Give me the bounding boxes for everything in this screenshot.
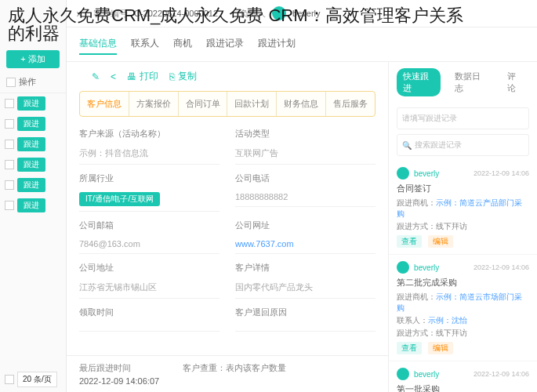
list-row: 跟进 bbox=[0, 175, 66, 195]
last-follow-field: 最后跟进时间 2022-12-09 14:06:07 bbox=[79, 362, 159, 386]
field-label: 客户退回原因 bbox=[235, 307, 376, 318]
log-user: beverly bbox=[414, 169, 439, 178]
follow-button[interactable]: 跟进 bbox=[17, 158, 45, 172]
field-value[interactable]: IT/通信/电子/互联网 bbox=[79, 187, 220, 212]
last-follow-value: 2022-12-09 14:06:07 bbox=[79, 376, 159, 386]
log-method-line: 跟进方式：线下拜访 bbox=[397, 328, 529, 339]
field-label: 活动类型 bbox=[235, 128, 376, 140]
field-value[interactable]: 国内零代码产品龙头 bbox=[235, 277, 376, 299]
log-contact-line: 联系人：示例：沈怡 bbox=[397, 315, 529, 326]
sub-tab-customer-info[interactable]: 客户信息 bbox=[80, 92, 129, 116]
activity-log-item: beverly 2022-12-09 14:06 第一批采购 bbox=[389, 361, 537, 392]
field-value[interactable]: www.7637.com bbox=[235, 234, 376, 254]
search-follow-input[interactable]: 🔍 搜索跟进记录 bbox=[397, 134, 529, 156]
tab-comments[interactable]: 评论 bbox=[501, 68, 529, 96]
tab-basic-info[interactable]: 基础信息 bbox=[79, 34, 117, 55]
row-checkbox[interactable] bbox=[5, 180, 14, 190]
operation-header-label: 操作 bbox=[19, 76, 36, 88]
tab-follow-plans[interactable]: 跟进计划 bbox=[258, 34, 296, 55]
log-title: 合同签订 bbox=[397, 183, 529, 194]
main-tabs: 基础信息 联系人 商机 跟进记录 跟进计划 bbox=[67, 27, 537, 62]
page-title-overlay: 成人永久免费CRM_成人永久免费 CRM：高效管理客户关系 bbox=[0, 0, 471, 31]
row-checkbox[interactable] bbox=[5, 119, 14, 129]
content-wrapper: ✎ < 🖶 打印 ⎘ 复制 客户信息 方案报价 合同订单 回款计划 财务信息 售… bbox=[67, 62, 537, 392]
log-view-button[interactable]: 查看 bbox=[397, 342, 422, 354]
sub-tab-service[interactable]: 售后服务 bbox=[326, 92, 375, 116]
log-avatar bbox=[397, 167, 409, 180]
edit-icon[interactable]: ✎ bbox=[92, 71, 100, 82]
field-label: 所属行业 bbox=[79, 172, 220, 184]
row-checkbox[interactable] bbox=[5, 99, 14, 108]
list-row: 跟进 bbox=[0, 114, 66, 134]
log-avatar bbox=[397, 261, 409, 274]
row-checkbox[interactable] bbox=[5, 160, 14, 169]
tab-data-log[interactable]: 数据日志 bbox=[448, 68, 492, 96]
field-email: 公司邮箱 7846@163.com bbox=[79, 220, 220, 254]
field-value[interactable]: 示例：抖音信息流 bbox=[79, 143, 220, 165]
field-return-reason: 客户退回原因 bbox=[235, 307, 376, 332]
field-industry: 所属行业 IT/通信/电子/互联网 bbox=[79, 172, 220, 212]
share-icon[interactable]: < bbox=[111, 71, 116, 82]
log-edit-button[interactable]: 编辑 bbox=[428, 235, 453, 248]
log-title: 第一批采购 bbox=[397, 383, 529, 392]
form-toolbar: ✎ < 🖶 打印 ⎘ 复制 bbox=[79, 62, 376, 91]
add-button[interactable]: + 添加 bbox=[6, 50, 60, 68]
field-activity-type: 活动类型 互联网广告 bbox=[235, 128, 376, 165]
weight-field: 客户查重：表内该客户数量 bbox=[183, 362, 286, 386]
follow-record-input[interactable]: 请填写跟进记录 bbox=[397, 107, 529, 129]
field-source: 客户来源（活动名称） 示例：抖音信息流 bbox=[79, 128, 220, 165]
follow-button[interactable]: 跟进 bbox=[17, 178, 45, 192]
select-all-checkbox[interactable] bbox=[6, 78, 16, 87]
form-area: ✎ < 🖶 打印 ⎘ 复制 客户信息 方案报价 合同订单 回款计划 财务信息 售… bbox=[67, 62, 388, 392]
form-grid: 客户来源（活动名称） 示例：抖音信息流 活动类型 互联网广告 所属行业 IT/通… bbox=[79, 128, 376, 332]
industry-tag: IT/通信/电子/互联网 bbox=[79, 192, 160, 206]
field-label: 客户来源（活动名称） bbox=[79, 128, 220, 140]
field-value[interactable]: 7846@163.com bbox=[79, 234, 220, 254]
field-website: 公司网址 www.7637.com bbox=[235, 220, 376, 254]
field-value[interactable] bbox=[79, 321, 220, 332]
info-sub-tabs: 客户信息 方案报价 合同订单 回款计划 财务信息 售后服务 bbox=[79, 91, 376, 117]
row-checkbox[interactable] bbox=[5, 140, 14, 149]
tab-contacts[interactable]: 联系人 bbox=[131, 34, 159, 55]
list-row: 跟进 bbox=[0, 154, 66, 175]
log-avatar bbox=[397, 368, 409, 380]
activity-log-item: beverly 2022-12-09 14:06 第二批完成采购 跟进商机：示例… bbox=[389, 255, 537, 361]
field-value[interactable] bbox=[235, 321, 376, 332]
sub-tab-finance[interactable]: 财务信息 bbox=[277, 92, 326, 116]
tab-quick-follow[interactable]: 快速跟进 bbox=[397, 68, 441, 96]
last-follow-label: 最后跟进时间 bbox=[79, 362, 159, 374]
log-view-button[interactable]: 查看 bbox=[397, 235, 422, 248]
copy-button[interactable]: ⎘ 复制 bbox=[169, 70, 197, 83]
follow-button[interactable]: 跟进 bbox=[17, 117, 45, 131]
field-value[interactable]: 互联网广告 bbox=[235, 143, 376, 165]
list-row: 跟进 bbox=[0, 93, 66, 114]
sub-tab-quote[interactable]: 方案报价 bbox=[129, 92, 179, 116]
field-address: 公司地址 江苏省无锡市锡山区 bbox=[79, 262, 220, 299]
sub-tab-payment[interactable]: 回款计划 bbox=[227, 92, 277, 116]
field-label: 领取时间 bbox=[79, 307, 220, 318]
right-activity-panel: 快速跟进 数据日志 评论 请填写跟进记录 🔍 搜索跟进记录 beverly 20… bbox=[388, 62, 537, 392]
field-value[interactable]: 18888888882 bbox=[235, 187, 376, 207]
log-timestamp: 2022-12-09 14:06 bbox=[474, 169, 529, 177]
log-merchant-line: 跟进商机：示例：简道云市场部门采购 bbox=[397, 292, 529, 314]
print-button[interactable]: 🖶 打印 bbox=[127, 70, 158, 83]
log-method-line: 跟进方式：线下拜访 bbox=[397, 221, 529, 232]
row-checkbox[interactable] bbox=[5, 201, 14, 210]
tab-opportunities[interactable]: 商机 bbox=[173, 34, 192, 55]
page-size-select[interactable]: 20 条/页 bbox=[17, 372, 57, 387]
field-detail: 客户详情 国内零代码产品龙头 bbox=[235, 262, 376, 299]
field-value[interactable]: 江苏省无锡市锡山区 bbox=[79, 277, 220, 299]
log-timestamp: 2022-12-09 14:06 bbox=[474, 370, 529, 378]
follow-button[interactable]: 跟进 bbox=[17, 137, 45, 151]
follow-button[interactable]: 跟进 bbox=[17, 198, 45, 212]
follow-button[interactable]: 跟进 bbox=[17, 96, 45, 111]
sub-tab-contract[interactable]: 合同订单 bbox=[179, 92, 228, 116]
tab-follow-records[interactable]: 跟进记录 bbox=[206, 34, 244, 55]
log-edit-button[interactable]: 编辑 bbox=[428, 342, 453, 354]
field-label: 公司邮箱 bbox=[79, 220, 220, 231]
footer-checkbox[interactable] bbox=[5, 375, 14, 384]
log-title: 第二批完成采购 bbox=[397, 277, 529, 289]
log-merchant-line: 跟进商机：示例：简道云产品部门采购 bbox=[397, 198, 529, 220]
search-icon: 🔍 bbox=[402, 141, 412, 150]
bottom-info-bar: 最后跟进时间 2022-12-09 14:06:07 客户查重：表内该客户数量 bbox=[67, 355, 388, 392]
